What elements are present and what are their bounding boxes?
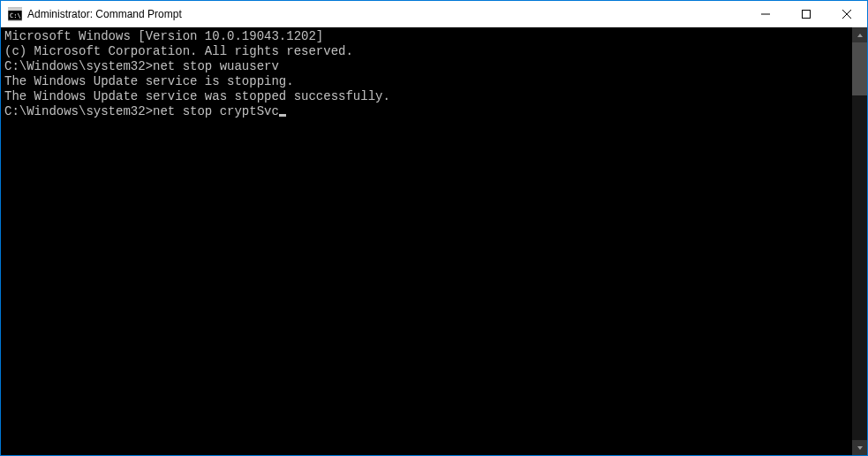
maximize-button[interactable] bbox=[786, 1, 826, 27]
titlebar[interactable]: C:\ Administrator: Command Prompt bbox=[1, 1, 867, 27]
svg-rect-1 bbox=[8, 8, 22, 11]
terminal-line: (c) Microsoft Corporation. All rights re… bbox=[4, 44, 852, 59]
terminal-line: C:\Windows\system32>net stop cryptSvc bbox=[4, 104, 852, 119]
scroll-down-button[interactable] bbox=[852, 440, 867, 455]
command-prompt-window: C:\ Administrator: Command Prompt Micros… bbox=[1, 1, 867, 455]
scroll-track[interactable] bbox=[852, 42, 867, 440]
window-controls bbox=[745, 1, 867, 27]
svg-marker-8 bbox=[857, 446, 863, 450]
cmd-icon: C:\ bbox=[8, 7, 22, 21]
minimize-button[interactable] bbox=[745, 1, 786, 27]
svg-rect-4 bbox=[803, 10, 811, 18]
terminal-line: The Windows Update service is stopping. bbox=[4, 74, 852, 89]
vertical-scrollbar[interactable] bbox=[852, 27, 867, 455]
window-title: Administrator: Command Prompt bbox=[27, 8, 182, 20]
terminal-line: C:\Windows\system32>net stop wuauserv bbox=[4, 59, 852, 74]
close-button[interactable] bbox=[826, 1, 867, 27]
terminal-line: Microsoft Windows [Version 10.0.19043.12… bbox=[4, 29, 852, 44]
text-cursor bbox=[279, 114, 286, 117]
scroll-thumb[interactable] bbox=[852, 42, 867, 95]
terminal-area: Microsoft Windows [Version 10.0.19043.12… bbox=[1, 27, 867, 455]
svg-marker-7 bbox=[857, 34, 863, 37]
terminal-line: The Windows Update service was stopped s… bbox=[4, 89, 852, 104]
terminal-output[interactable]: Microsoft Windows [Version 10.0.19043.12… bbox=[1, 27, 852, 455]
svg-text:C:\: C:\ bbox=[10, 12, 21, 19]
scroll-up-button[interactable] bbox=[852, 27, 867, 42]
